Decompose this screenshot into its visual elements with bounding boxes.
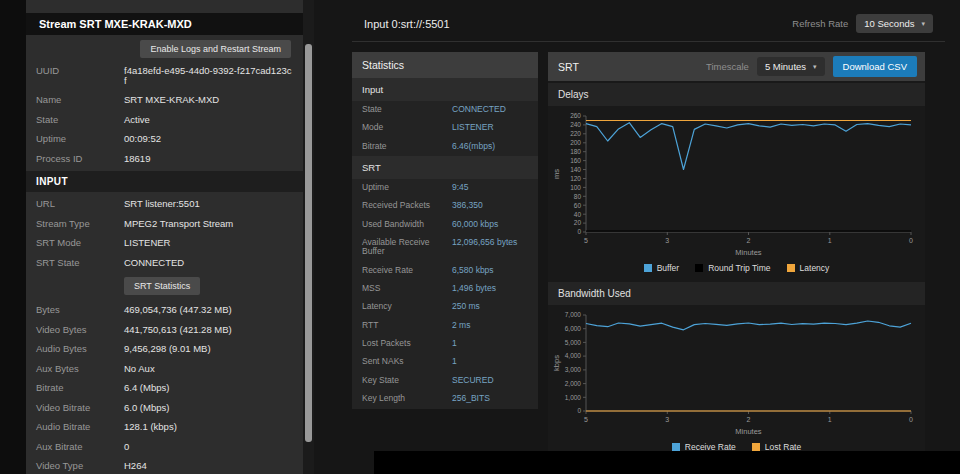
stat-value: 256_BITS bbox=[452, 394, 528, 403]
svg-text:80: 80 bbox=[574, 193, 582, 200]
field-row: Bitrate 6.4 (Mbps) bbox=[26, 378, 303, 398]
stat-value: 6,580 kbps bbox=[452, 266, 528, 275]
svg-text:5: 5 bbox=[584, 237, 588, 244]
field-label: Process ID bbox=[36, 154, 124, 164]
svg-text:140: 140 bbox=[570, 166, 581, 173]
refresh-rate-dropdown[interactable]: 10 Seconds ▾ bbox=[856, 14, 933, 33]
stat-row: Uptime 9:45 bbox=[352, 179, 538, 197]
stat-row: Receive Rate 6,580 kbps bbox=[352, 262, 538, 280]
stat-label: Received Packets bbox=[362, 201, 452, 210]
legend-swatch-icon bbox=[695, 264, 703, 272]
svg-text:160: 160 bbox=[570, 157, 581, 164]
stat-row: RTT 2 ms bbox=[352, 317, 538, 335]
legend-swatch-icon bbox=[672, 443, 680, 451]
stat-label: Key Length bbox=[362, 394, 452, 403]
svg-text:0: 0 bbox=[909, 416, 913, 423]
legend-swatch-icon bbox=[644, 264, 652, 272]
sidebar-scrollbar[interactable] bbox=[303, 0, 314, 474]
field-value: CONNECTED bbox=[124, 258, 303, 268]
svg-text:0: 0 bbox=[577, 228, 581, 235]
field-row: Aux Bytes No Aux bbox=[26, 359, 303, 379]
stat-label: Mode bbox=[362, 123, 452, 132]
field-row: SRT Mode LISTENER bbox=[26, 233, 303, 253]
field-row: UUID f4a18efd-e495-44d0-9392-f217cad123c… bbox=[26, 61, 303, 90]
field-label: Bytes bbox=[36, 305, 124, 315]
field-label: Audio Bytes bbox=[36, 344, 124, 354]
srt-panel-header: SRT Timescale 5 Minutes ▾ Download CSV bbox=[548, 52, 925, 81]
svg-text:260: 260 bbox=[570, 112, 581, 119]
field-value: 6.0 (Mbps) bbox=[124, 403, 303, 413]
legend-swatch-icon bbox=[787, 264, 795, 272]
stat-label: RTT bbox=[362, 321, 452, 330]
stat-label: Uptime bbox=[362, 183, 452, 192]
field-label: Name bbox=[36, 95, 124, 105]
stat-row: Latency 250 ms bbox=[352, 298, 538, 316]
stream-info-list: UUID f4a18efd-e495-44d0-9392-f217cad123c… bbox=[26, 61, 303, 168]
field-row: State Active bbox=[26, 110, 303, 130]
field-label: Stream Type bbox=[36, 219, 124, 229]
stat-value: 60,000 kbps bbox=[452, 220, 528, 229]
field-row: Stream Type MPEG2 Transport Stream bbox=[26, 214, 303, 234]
svg-text:2: 2 bbox=[747, 416, 751, 423]
svg-text:5,000: 5,000 bbox=[565, 339, 582, 346]
svg-text:0: 0 bbox=[909, 237, 913, 244]
stat-row: Used Bandwidth 60,000 kbps bbox=[352, 216, 538, 234]
svg-text:3: 3 bbox=[665, 416, 669, 423]
sidebar-scrollbar-thumb[interactable] bbox=[305, 44, 312, 442]
enable-logs-restart-button[interactable]: Enable Logs and Restart Stream bbox=[140, 40, 291, 58]
field-label: State bbox=[36, 115, 124, 125]
page-title: Input 0:srt://:5501 bbox=[364, 18, 450, 30]
field-label: SRT State bbox=[36, 258, 124, 268]
srt-statistics-button[interactable]: SRT Statistics bbox=[124, 277, 200, 295]
stat-row: Lost Packets 1 bbox=[352, 335, 538, 353]
stat-row: Received Packets 386,350 bbox=[352, 197, 538, 215]
stat-label: Key State bbox=[362, 376, 452, 385]
field-value: No Aux bbox=[124, 364, 303, 374]
field-row: Bytes 469,054,736 (447.32 MB) bbox=[26, 300, 303, 320]
sidebar-top-strip bbox=[26, 0, 303, 13]
bottom-black-bar bbox=[374, 451, 960, 474]
bandwidth-section-header: Bandwidth Used bbox=[548, 282, 925, 305]
svg-text:240: 240 bbox=[570, 121, 581, 128]
field-value: Active bbox=[124, 115, 303, 125]
stat-value: 1 bbox=[452, 357, 528, 366]
svg-text:1: 1 bbox=[828, 416, 832, 423]
field-value: LISTENER bbox=[124, 238, 303, 248]
delays-section-header: Delays bbox=[548, 83, 925, 106]
field-label: Video Bytes bbox=[36, 325, 124, 335]
field-label: URL bbox=[36, 199, 124, 209]
field-value: 441,750,613 (421.28 MB) bbox=[124, 325, 303, 335]
svg-text:1,000: 1,000 bbox=[565, 394, 582, 401]
field-row: Uptime 00:09:52 bbox=[26, 129, 303, 149]
stat-row: Sent NAKs 1 bbox=[352, 353, 538, 371]
field-row: Video Type H264 bbox=[26, 456, 303, 474]
download-csv-button[interactable]: Download CSV bbox=[833, 56, 917, 77]
input-fields-top: URL SRT listener:5501 Stream Type MPEG2 … bbox=[26, 194, 303, 272]
srt-charts-panel: SRT Timescale 5 Minutes ▾ Download CSV D… bbox=[548, 52, 925, 459]
svg-text:100: 100 bbox=[570, 184, 581, 191]
svg-text:4,000: 4,000 bbox=[565, 352, 582, 359]
stat-label: MSS bbox=[362, 284, 452, 293]
stat-label: Available Receive Buffer bbox=[362, 238, 452, 257]
stat-label: State bbox=[362, 105, 452, 114]
statistics-srt-subheader: SRT bbox=[352, 156, 538, 179]
refresh-rate-label: Refresh Rate bbox=[792, 18, 848, 29]
stat-value: 250 ms bbox=[452, 302, 528, 311]
field-value: 18619 bbox=[124, 154, 303, 164]
stat-value: 1 bbox=[452, 339, 528, 348]
svg-text:2: 2 bbox=[747, 237, 751, 244]
field-label: UUID bbox=[36, 66, 124, 85]
statistics-input-subheader: Input bbox=[352, 78, 538, 101]
field-label: SRT Mode bbox=[36, 238, 124, 248]
stat-row: Bitrate 6.46(mbps) bbox=[352, 138, 538, 156]
chevron-down-icon: ▾ bbox=[921, 20, 925, 28]
stat-value: CONNECTED bbox=[452, 105, 528, 114]
field-label: Bitrate bbox=[36, 383, 124, 393]
srt-panel-title: SRT bbox=[558, 61, 579, 73]
timescale-dropdown[interactable]: 5 Minutes ▾ bbox=[757, 57, 825, 76]
stat-row: Key State SECURED bbox=[352, 372, 538, 390]
svg-text:180: 180 bbox=[570, 148, 581, 155]
field-value: SRT MXE-KRAK-MXD bbox=[124, 95, 303, 105]
field-row: Video Bitrate 6.0 (Mbps) bbox=[26, 398, 303, 418]
stat-value: LISTENER bbox=[452, 123, 528, 132]
